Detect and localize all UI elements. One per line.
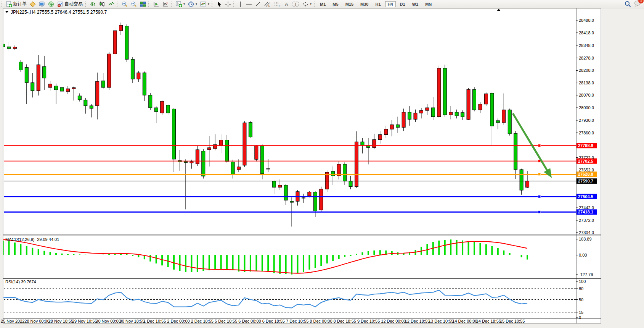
arrows-tool[interactable]: ▾ xyxy=(301,0,313,8)
candle-body xyxy=(384,129,388,134)
candle-body xyxy=(13,47,16,48)
price-tick-label: 28418.0 xyxy=(579,31,594,35)
price-badge-label: 27788.9 xyxy=(578,143,593,148)
time-tick-label: 25 Nov 2022 xyxy=(1,319,24,323)
candle-body xyxy=(166,105,170,113)
candle-body xyxy=(267,169,270,169)
candle-chart-button[interactable] xyxy=(98,0,107,8)
equidistant-channel-icon: E xyxy=(264,1,271,7)
line-handle[interactable] xyxy=(538,211,541,213)
timeframe-M30[interactable]: M30 xyxy=(358,1,371,7)
candle-body xyxy=(37,65,40,90)
candle-body xyxy=(355,142,358,186)
chart-shift-button[interactable] xyxy=(152,0,161,8)
candle-body xyxy=(84,100,87,106)
timeframe-H1[interactable]: H1 xyxy=(373,1,383,7)
timeframe-M1[interactable]: M1 xyxy=(317,1,328,7)
line-chart-button[interactable] xyxy=(107,0,116,8)
toolbar-grip xyxy=(85,2,88,7)
time-tick-label: 28 Nov 18:55 xyxy=(48,319,73,323)
time-tick-label: 2 Dec 00:00 xyxy=(167,319,190,323)
time-tick-label: 28 Nov 00:00 xyxy=(24,319,49,323)
timeframe-M15[interactable]: M15 xyxy=(343,1,356,7)
rsi-tick-label: 50 xyxy=(579,297,583,302)
indicators-button[interactable]: ▾ xyxy=(199,0,211,8)
candle-body xyxy=(308,192,311,196)
crosshair-button[interactable] xyxy=(223,0,233,8)
timeframe-MN[interactable]: MN xyxy=(422,1,434,7)
candle-body xyxy=(520,170,523,190)
candle-body xyxy=(101,81,105,87)
auto-trading-button[interactable]: 自动交易 xyxy=(56,0,84,8)
candle-body xyxy=(408,112,411,120)
candle-body xyxy=(202,151,205,176)
price-tick-label: 28278.0 xyxy=(579,56,594,60)
candle-body xyxy=(437,68,441,117)
auto-scroll-button[interactable] xyxy=(161,0,170,8)
text-tool[interactable]: A xyxy=(283,0,291,8)
candle-body xyxy=(402,112,405,128)
search-icon[interactable] xyxy=(625,1,631,7)
svg-text:T: T xyxy=(294,2,297,6)
candle-body xyxy=(131,59,134,79)
tile-windows-button[interactable] xyxy=(138,0,148,8)
toolbar-grip xyxy=(1,2,3,7)
toolbar-grip xyxy=(171,2,173,7)
price-tick-label: 28070.0 xyxy=(579,93,594,97)
vertical-line-tool[interactable] xyxy=(237,0,244,8)
line-handle[interactable] xyxy=(538,144,541,147)
zoom-in-button[interactable] xyxy=(120,0,129,8)
terminal-button[interactable] xyxy=(37,0,47,8)
text-label-tool[interactable]: T xyxy=(291,0,301,8)
timeframe-toolbar: M1M5M15M30H1H4D1W1MN xyxy=(317,1,434,7)
timeframe-W1[interactable]: W1 xyxy=(410,1,421,7)
horizontal-line-tool[interactable] xyxy=(244,0,254,8)
rsi-tick-label: 0 xyxy=(579,315,581,320)
notifications-button[interactable]: 1 xyxy=(634,0,641,8)
fibonacci-tool[interactable]: F xyxy=(273,0,283,8)
candle-body xyxy=(320,189,323,210)
time-axis[interactable]: 25 Nov 202228 Nov 00:0028 Nov 18:5529 No… xyxy=(1,319,525,323)
candle-body xyxy=(390,125,393,129)
crosshair-icon xyxy=(225,1,231,7)
price-tick-label: 28348.0 xyxy=(579,43,594,48)
candle-body xyxy=(249,123,252,137)
candle-body xyxy=(490,93,494,126)
new-order-icon xyxy=(6,1,12,7)
time-tick-label: 9 Dec 10:55 xyxy=(357,319,380,323)
time-tick-label: 7 Dec 10:55 xyxy=(286,319,308,323)
line-handle[interactable] xyxy=(538,195,541,198)
timeframe-H4[interactable]: H4 xyxy=(385,1,396,7)
candle-body xyxy=(431,108,435,116)
candle-body xyxy=(473,89,476,110)
cursor-button[interactable] xyxy=(215,0,223,8)
line-handle[interactable] xyxy=(538,173,541,176)
candle-body xyxy=(467,89,470,120)
price-tick-label: 27442.0 xyxy=(579,205,594,210)
price-tick-label: 27860.0 xyxy=(579,131,594,135)
timeframe-D1[interactable]: D1 xyxy=(397,1,408,7)
candle-body xyxy=(502,110,506,123)
timeframe-M5[interactable]: M5 xyxy=(330,1,341,7)
svg-text:A: A xyxy=(285,2,288,7)
price-tick-label: 28000.0 xyxy=(579,105,594,110)
signal-button[interactable] xyxy=(47,0,56,8)
channel-tool[interactable]: E xyxy=(263,0,273,8)
candle-body xyxy=(55,86,58,90)
candle-body xyxy=(313,192,317,211)
time-tick-label: 8 Dec 00:00 xyxy=(310,319,332,323)
zoom-out-button[interactable] xyxy=(129,0,138,8)
new-chart-button[interactable]: ▾ xyxy=(174,0,186,8)
fibonacci-icon: F xyxy=(274,1,281,7)
new-order-button[interactable]: 新订单 xyxy=(4,0,28,8)
chart-window[interactable]: 27788.927702.527628.827590.727504.527418… xyxy=(0,0,644,328)
candle-body xyxy=(149,95,152,108)
trendline-tool[interactable] xyxy=(254,0,263,8)
text-icon: A xyxy=(284,1,289,7)
profiles-button[interactable]: ▾ xyxy=(186,0,199,8)
svg-text:E: E xyxy=(268,5,270,7)
candle-body xyxy=(479,104,482,110)
bar-chart-button[interactable] xyxy=(88,0,98,8)
time-tick-label: 14 Dec 18:55 xyxy=(476,319,501,323)
mql-button[interactable] xyxy=(28,0,37,8)
